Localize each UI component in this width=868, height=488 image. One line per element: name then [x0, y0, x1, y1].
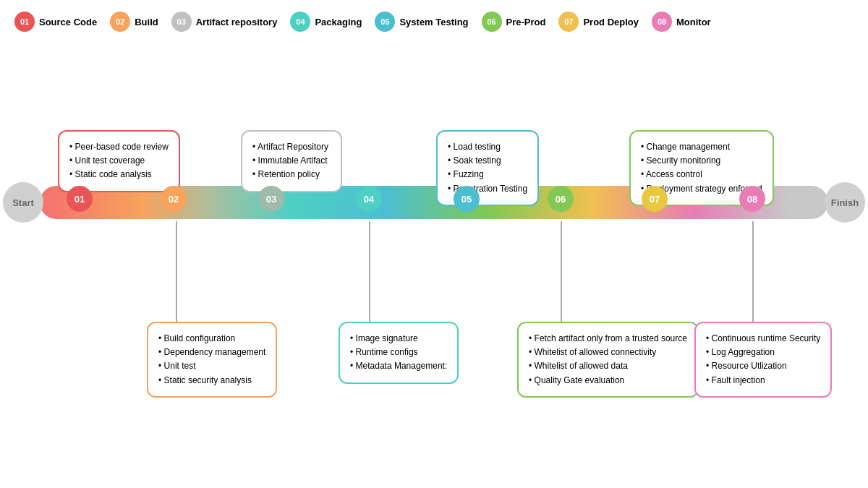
stage-circle-04: 04 — [356, 186, 382, 212]
finish-circle: Finish — [825, 182, 865, 223]
nav-circle-02: 02 — [110, 12, 130, 32]
list-item: Metadata Management: — [350, 359, 447, 373]
list-item: Static security analysis — [158, 374, 265, 388]
list-item: Peer-based code review — [69, 140, 169, 154]
list-item: Resource Utlization — [706, 359, 820, 373]
nav-item-01: 01Source Code — [14, 12, 97, 32]
info-box-box-04-bottom: Image signatureRuntime configsMetadata M… — [339, 322, 459, 384]
nav-item-07: 07Prod Deploy — [558, 12, 639, 32]
connector-bottom-0 — [176, 221, 177, 322]
list-item: Change management — [641, 140, 762, 154]
list-item: Unit test coverage — [69, 154, 169, 168]
nav-circle-05: 05 — [375, 12, 395, 32]
list-item: Continuous runtime Security — [706, 332, 820, 346]
list-item: Retention policy — [252, 168, 331, 181]
list-item: Dependency management — [158, 346, 265, 359]
nav-item-02: 02Build — [110, 12, 158, 32]
nav-label-02: Build — [135, 17, 158, 27]
stage-circle-06: 06 — [548, 186, 574, 212]
stage-circle-07: 07 — [642, 186, 668, 212]
list-item: Immutable Artifact — [252, 154, 331, 168]
nav-label-04: Packaging — [315, 17, 362, 27]
start-label: Start — [12, 197, 34, 208]
info-box-box-08-bottom: Continuous runtime SecurityLog Aggregati… — [694, 322, 832, 398]
nav-circle-04: 04 — [290, 12, 310, 32]
nav-circle-03: 03 — [171, 12, 192, 32]
nav-label-05: System Testing — [399, 17, 468, 27]
info-box-box-03-top: Artifact RepositoryImmutable ArtifactRet… — [241, 130, 342, 192]
list-item: Quality Gate evaluation — [529, 374, 687, 388]
stage-circle-03: 03 — [258, 186, 284, 212]
info-box-box-05-top: Load testingSoak testingFuzzingPenetrati… — [436, 130, 539, 206]
list-item: Soak testing — [448, 154, 527, 168]
info-box-box-06-bottom: Fetch artifact only from a trusted sourc… — [517, 322, 699, 398]
start-circle: Start — [3, 182, 43, 223]
list-item: Image signature — [350, 332, 447, 346]
nav-label-06: Pre-Prod — [506, 17, 546, 27]
nav-label-08: Monitor — [676, 17, 711, 27]
stage-circle-02: 02 — [161, 186, 187, 212]
nav-circle-08: 08 — [652, 12, 672, 32]
list-item: Unit test — [158, 359, 265, 373]
list-item: Whitelist of allowed connectivity — [529, 346, 687, 359]
connector-bottom-3 — [752, 221, 754, 322]
list-item: Access control — [641, 168, 762, 181]
list-item: Fault injection — [706, 374, 820, 388]
nav-item-06: 06Pre-Prod — [482, 12, 546, 32]
nav-label-01: Source Code — [39, 17, 97, 27]
top-nav: 01Source Code02Build03Artifact repositor… — [0, 0, 868, 43]
list-item: Static code analysis — [69, 168, 169, 181]
nav-item-05: 05System Testing — [375, 12, 468, 32]
stage-circle-01: 01 — [67, 186, 93, 212]
finish-label: Finish — [831, 197, 859, 208]
nav-circle-06: 06 — [482, 12, 502, 32]
list-item: Artifact Repository — [252, 140, 331, 154]
connector-bottom-1 — [369, 221, 370, 322]
info-box-box-02-bottom: Build configurationDependency management… — [147, 322, 277, 398]
stage-circle-08: 08 — [739, 186, 765, 212]
list-item: Runtime configs — [350, 346, 447, 359]
stage-circle-05: 05 — [454, 186, 480, 212]
nav-circle-07: 07 — [558, 12, 579, 32]
list-item: Security monitoring — [641, 154, 762, 168]
connector-bottom-2 — [561, 221, 562, 322]
list-item: Load testing — [448, 140, 527, 154]
nav-item-03: 03Artifact repository — [171, 12, 278, 32]
main-content: Start Finish Peer-based code reviewUnit … — [0, 43, 868, 488]
nav-item-08: 08Monitor — [652, 12, 711, 32]
list-item: Fuzzing — [448, 168, 527, 181]
nav-item-04: 04Packaging — [290, 12, 362, 32]
list-item: Build configuration — [158, 332, 265, 346]
nav-circle-01: 01 — [14, 12, 35, 32]
list-item: Whitelist of allowed data — [529, 359, 687, 373]
nav-label-03: Artifact repository — [196, 17, 278, 27]
list-item: Fetch artifact only from a trusted sourc… — [529, 332, 687, 346]
list-item: Log Aggregation — [706, 346, 820, 359]
info-box-box-01-top: Peer-based code reviewUnit test coverage… — [58, 130, 180, 192]
nav-label-07: Prod Deploy — [583, 17, 639, 27]
